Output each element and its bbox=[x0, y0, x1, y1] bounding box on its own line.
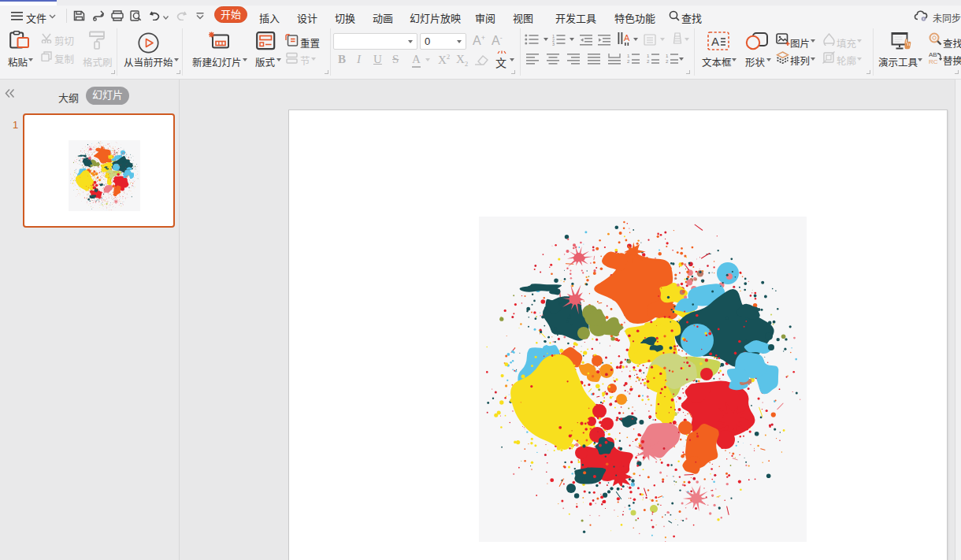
svg-text:1: 1 bbox=[647, 54, 650, 58]
svg-text:2: 2 bbox=[647, 59, 650, 64]
svg-text:A: A bbox=[711, 35, 719, 48]
svg-text:RC: RC bbox=[929, 58, 938, 65]
svg-text:3: 3 bbox=[552, 42, 555, 46]
svg-text:1: 1 bbox=[627, 54, 630, 58]
svg-text:2: 2 bbox=[627, 59, 630, 64]
svg-text:A: A bbox=[624, 33, 630, 43]
svg-text:2: 2 bbox=[666, 59, 669, 64]
svg-text:1: 1 bbox=[666, 54, 669, 58]
